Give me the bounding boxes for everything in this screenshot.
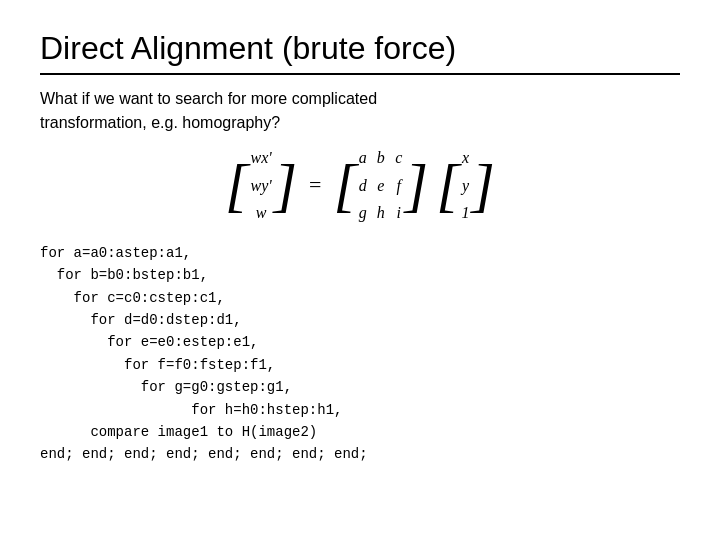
subtitle-line2: transformation, e.g. homography? [40,114,280,131]
m33: i [395,200,403,226]
m23: f [395,173,403,199]
subtitle-line1: What if we want to search for more compl… [40,90,377,107]
m12: b [377,145,385,171]
middle-cells: a b c d e f g h i [359,145,403,226]
m11: a [359,145,367,171]
lhs-cell-3: w [250,200,271,226]
matrix-equation-container: [ wx' wy' w ] = [ a b c d e f [40,145,680,226]
lhs-bracket-left: [ [225,155,248,215]
rhs-bracket-left: [ [436,155,459,215]
lhs-matrix: [ wx' wy' w ] [225,145,297,226]
middle-bracket-right: ] [405,155,428,215]
m22: e [377,173,385,199]
rhs-cell-2: y [462,173,470,199]
lhs-cell-2: wy' [250,173,271,199]
code-block: for a=a0:astep:a1, for b=b0:bstep:b1, fo… [40,242,680,466]
m21: d [359,173,367,199]
lhs-bracket-right: ] [274,155,297,215]
equals-sign: = [305,172,325,198]
rhs-matrix: [ x y 1 ] [436,145,495,226]
rhs-cell-1: x [462,145,470,171]
rhs-cell-3: 1 [462,200,470,226]
matrix-equation: [ wx' wy' w ] = [ a b c d e f [225,145,495,226]
rhs-cells: x y 1 [462,145,470,226]
m31: g [359,200,367,226]
slide: Direct Alignment (brute force) What if w… [0,0,720,540]
lhs-cell-1: wx' [250,145,271,171]
middle-bracket-left: [ [333,155,356,215]
middle-matrix: [ a b c d e f g h i ] [333,145,428,226]
page-title: Direct Alignment (brute force) [40,30,680,75]
m13: c [395,145,403,171]
rhs-bracket-right: ] [472,155,495,215]
lhs-cells: wx' wy' w [250,145,271,226]
subtitle: What if we want to search for more compl… [40,87,680,135]
m32: h [377,200,385,226]
